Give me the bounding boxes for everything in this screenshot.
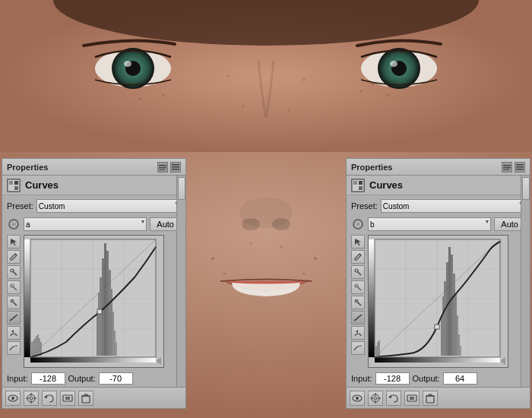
left-bottom-eye-icon[interactable] <box>5 391 21 406</box>
right-preset-label: Preset: <box>351 201 378 211</box>
left-panel-bottom <box>2 387 185 408</box>
right-output-field[interactable] <box>443 372 477 385</box>
left-panel-header-title: Properties <box>7 163 48 172</box>
left-panel-header: Properties <box>2 159 185 176</box>
left-curves-graph[interactable] <box>24 235 164 368</box>
svg-point-85 <box>30 397 33 400</box>
right-tool-eyedropper2[interactable] <box>351 280 365 294</box>
svg-line-45 <box>14 287 17 291</box>
svg-rect-61 <box>34 338 36 356</box>
left-panel-menu-icon[interactable] <box>170 162 181 173</box>
svg-point-10 <box>150 82 154 85</box>
right-channel-icon <box>351 217 365 231</box>
left-tool-curve[interactable] <box>7 311 21 325</box>
svg-point-12 <box>140 98 142 100</box>
svg-rect-128 <box>377 342 378 356</box>
right-preset-select[interactable]: Custom <box>381 199 525 213</box>
svg-rect-30 <box>159 165 166 166</box>
left-bottom-visibility-icon[interactable] <box>60 391 75 406</box>
right-channel-select[interactable]: a b <box>368 217 491 231</box>
right-tool-eyedropper3[interactable] <box>351 296 365 309</box>
right-bottom-trash-icon[interactable] <box>423 391 438 406</box>
left-input-field[interactable] <box>31 372 65 385</box>
svg-point-19 <box>288 109 290 112</box>
svg-rect-70 <box>104 243 106 356</box>
left-preset-select[interactable]: Custom <box>36 199 181 213</box>
left-scrollbar[interactable] <box>176 176 185 387</box>
svg-point-16 <box>227 75 230 78</box>
left-panel-header-controls <box>157 162 181 173</box>
right-panel-menu-icon[interactable] <box>515 162 525 173</box>
right-input-field[interactable] <box>375 372 410 385</box>
svg-point-17 <box>303 79 306 81</box>
svg-point-147 <box>356 397 359 400</box>
svg-rect-73 <box>111 289 112 356</box>
right-preset-row: Preset: Custom <box>351 198 525 214</box>
left-bottom-trash-icon[interactable] <box>78 391 93 406</box>
left-panel-title: Curves <box>25 179 59 191</box>
svg-rect-33 <box>172 164 179 166</box>
left-tool-smooth[interactable] <box>7 341 21 355</box>
svg-rect-92 <box>65 397 70 400</box>
left-preset-select-wrapper[interactable]: Custom <box>36 199 181 213</box>
left-channel-select[interactable]: a b <box>24 217 147 231</box>
right-tool-pencil[interactable] <box>351 250 365 264</box>
svg-rect-140 <box>460 346 461 356</box>
left-tool-reset[interactable] <box>7 326 21 340</box>
right-bottom-visibility-icon[interactable] <box>404 391 420 406</box>
photo-top <box>0 0 532 152</box>
svg-point-149 <box>374 397 377 400</box>
svg-rect-38 <box>14 181 18 185</box>
left-output-field[interactable] <box>99 372 133 385</box>
svg-point-9 <box>390 61 397 67</box>
right-channel-select-wrapper[interactable]: a b <box>368 217 491 231</box>
right-bottom-undo-icon[interactable] <box>386 391 401 406</box>
svg-rect-132 <box>444 281 446 356</box>
right-io-row: Input: Output: <box>351 371 525 386</box>
left-tool-eyedropper1[interactable] <box>7 265 21 279</box>
svg-point-18 <box>242 106 245 108</box>
right-panel-header-title: Properties <box>351 163 392 172</box>
svg-rect-37 <box>9 181 13 185</box>
left-channel-select-wrapper[interactable]: a b <box>24 217 147 231</box>
right-scroll-thumb[interactable] <box>522 177 530 200</box>
right-tool-reset[interactable] <box>351 326 365 340</box>
right-panel-bottom <box>347 387 530 408</box>
left-bottom-undo-icon[interactable] <box>42 391 57 406</box>
right-panel-content: Preset: Custom a <box>347 195 530 389</box>
svg-marker-117 <box>356 330 358 333</box>
left-tool-eyedropper3[interactable] <box>7 296 21 309</box>
right-output-label: Output: <box>413 374 440 383</box>
svg-rect-143 <box>369 239 375 357</box>
svg-rect-130 <box>441 315 442 356</box>
right-preset-select-wrapper[interactable]: Custom <box>381 199 525 213</box>
right-panel-header-controls <box>502 162 525 173</box>
right-curves-graph[interactable] <box>368 235 508 368</box>
svg-rect-136 <box>453 274 455 356</box>
right-panel-collapse-icon[interactable] <box>502 162 512 173</box>
left-tool-pencil[interactable] <box>7 250 21 264</box>
left-tool-eyedropper2[interactable] <box>7 280 21 294</box>
right-tool-pointer[interactable] <box>351 235 365 249</box>
right-tool-eyedropper1[interactable] <box>351 265 365 279</box>
right-tool-curve[interactable] <box>351 311 365 325</box>
right-bottom-eye-icon[interactable] <box>350 391 365 406</box>
right-scrollbar[interactable] <box>521 176 530 387</box>
left-io-row: Input: Output: <box>7 371 181 386</box>
svg-point-115 <box>355 299 358 302</box>
left-curves-layer-icon <box>7 179 21 192</box>
left-scroll-thumb[interactable] <box>178 177 185 200</box>
svg-point-83 <box>11 397 14 400</box>
left-panel-collapse-icon[interactable] <box>157 162 168 173</box>
svg-rect-98 <box>503 165 511 166</box>
right-tool-smooth[interactable] <box>351 341 365 355</box>
right-panel-title-row: Curves <box>347 176 530 195</box>
left-bottom-target-icon[interactable] <box>24 391 39 406</box>
svg-rect-78 <box>30 357 156 363</box>
svg-rect-32 <box>159 169 165 170</box>
svg-rect-133 <box>446 262 448 356</box>
svg-rect-93 <box>82 396 90 403</box>
right-bottom-target-icon[interactable] <box>368 391 383 406</box>
left-tool-pointer[interactable] <box>7 235 21 249</box>
right-curves-graph-container <box>368 235 525 368</box>
